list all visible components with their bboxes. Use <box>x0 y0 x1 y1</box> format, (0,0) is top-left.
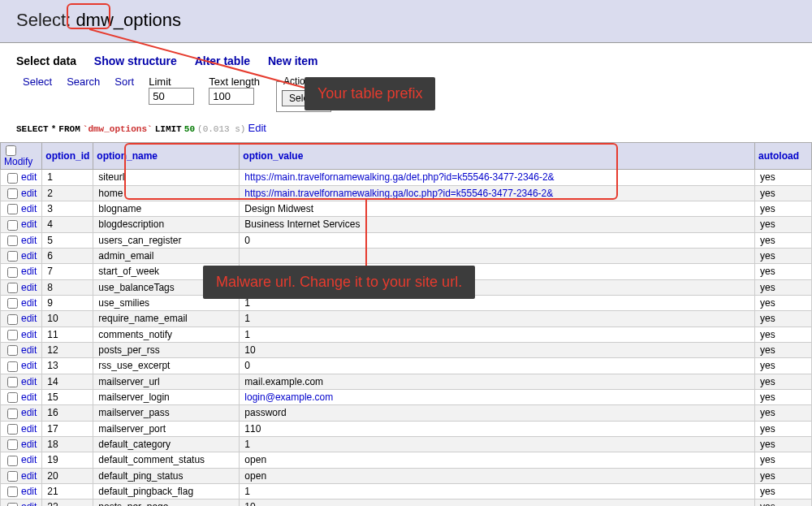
text-length-input[interactable] <box>209 88 254 105</box>
col-autoload-link[interactable]: autoload <box>758 150 799 162</box>
row-checkbox[interactable] <box>7 188 18 199</box>
cell-option-name: mailserver_url <box>93 374 240 389</box>
col-option-name-link[interactable]: option_name <box>97 150 158 162</box>
row-edit-link[interactable]: edit <box>21 282 37 293</box>
table-row: edit4blogdescriptionBusiness Internet Se… <box>1 217 812 232</box>
select-all-checkbox[interactable] <box>6 145 16 156</box>
cell-option-value: 1 <box>240 264 755 279</box>
col-option-id[interactable]: option_id <box>42 143 93 170</box>
row-edit-link[interactable]: edit <box>21 235 37 246</box>
row-checkbox[interactable] <box>7 456 18 466</box>
cell-modify: edit <box>1 405 42 421</box>
row-checkbox[interactable] <box>7 330 18 340</box>
table-row: edit17mailserver_port110yes <box>1 421 812 436</box>
action-legend: Action <box>282 76 312 87</box>
page-title-bar: Select: dmw_options <box>0 0 812 43</box>
row-edit-link[interactable]: edit <box>21 329 37 340</box>
cell-modify: edit <box>1 468 42 483</box>
row-edit-link[interactable]: edit <box>21 407 37 418</box>
filter-search[interactable]: Search <box>67 76 100 88</box>
cell-modify: edit <box>1 232 42 248</box>
limit-input[interactable] <box>149 88 194 105</box>
cell-option-value: 1 <box>240 436 755 452</box>
row-checkbox[interactable] <box>7 377 18 387</box>
cell-autoload: yes <box>755 436 812 452</box>
page-title-prefix: Select: <box>16 10 76 30</box>
sql-star: * <box>51 124 57 134</box>
cell-option-value: https://main.travelfornamewalking.ga/loc… <box>240 185 755 201</box>
row-edit-link[interactable]: edit <box>21 250 37 262</box>
col-autoload[interactable]: autoload <box>755 143 812 170</box>
cell-option-name: use_balanceTags <box>93 279 240 295</box>
col-option-id-link[interactable]: option_id <box>45 150 89 162</box>
cell-option-value-link[interactable]: https://main.travelfornamewalking.ga/loc… <box>244 188 553 199</box>
tab-new-item[interactable]: New item <box>268 54 317 67</box>
cell-option-id: 19 <box>42 452 93 468</box>
row-checkbox[interactable] <box>7 220 18 231</box>
cell-option-value: 1 <box>240 483 755 499</box>
row-edit-link[interactable]: edit <box>21 188 37 199</box>
cell-option-name: rss_use_excerpt <box>93 358 240 374</box>
cell-option-id: 15 <box>42 389 93 404</box>
row-edit-link[interactable]: edit <box>21 501 37 506</box>
tab-alter-table[interactable]: Alter table <box>195 54 250 67</box>
row-checkbox[interactable] <box>7 173 18 184</box>
row-checkbox[interactable] <box>7 283 18 293</box>
row-checkbox[interactable] <box>7 251 18 262</box>
row-edit-link[interactable]: edit <box>21 470 37 482</box>
row-checkbox[interactable] <box>7 503 18 506</box>
row-checkbox[interactable] <box>7 409 18 419</box>
tab-select-data[interactable]: Select data <box>16 54 76 67</box>
row-edit-link[interactable]: edit <box>21 423 37 435</box>
cell-option-value-link[interactable]: https://main.travelfornamewalking.ga/det… <box>244 171 554 183</box>
tab-show-structure[interactable]: Show structure <box>94 54 177 67</box>
row-edit-link[interactable]: edit <box>21 454 37 465</box>
cell-option-id: 17 <box>42 421 93 436</box>
cell-option-id: 18 <box>42 436 93 452</box>
row-edit-link[interactable]: edit <box>21 344 37 356</box>
col-option-value[interactable]: option_value <box>240 143 755 170</box>
row-edit-link[interactable]: edit <box>21 486 37 497</box>
row-edit-link[interactable]: edit <box>21 376 37 387</box>
row-edit-link[interactable]: edit <box>21 313 37 324</box>
action-select-button[interactable]: Select <box>282 90 323 106</box>
filter-select[interactable]: Select <box>23 76 52 88</box>
row-edit-link[interactable]: edit <box>21 297 37 309</box>
table-row: edit11comments_notify1yes <box>1 327 812 342</box>
row-checkbox[interactable] <box>7 361 18 372</box>
col-option-name[interactable]: option_name <box>93 143 240 170</box>
row-checkbox[interactable] <box>7 487 18 497</box>
row-checkbox[interactable] <box>7 298 18 309</box>
row-edit-link[interactable]: edit <box>21 360 37 371</box>
row-checkbox[interactable] <box>7 392 18 403</box>
cell-option-value: open <box>240 468 755 483</box>
row-checkbox[interactable] <box>7 267 18 278</box>
row-edit-link[interactable]: edit <box>21 203 37 214</box>
page-title-table: dmw_options <box>76 10 181 30</box>
row-checkbox[interactable] <box>7 314 18 325</box>
row-checkbox[interactable] <box>7 345 18 356</box>
filter-sort[interactable]: Sort <box>114 76 134 88</box>
sql-edit-link[interactable]: Edit <box>248 122 266 134</box>
row-checkbox[interactable] <box>7 424 18 435</box>
row-checkbox[interactable] <box>7 471 18 482</box>
row-checkbox[interactable] <box>7 439 18 450</box>
cell-option-name: default_pingback_flag <box>93 483 240 499</box>
row-edit-link[interactable]: edit <box>21 266 37 277</box>
cell-option-id: 22 <box>42 500 93 506</box>
row-edit-link[interactable]: edit <box>21 439 37 450</box>
cell-option-name: require_name_email <box>93 311 240 327</box>
table-row: edit12posts_per_rss10yes <box>1 342 812 357</box>
table-row: edit22posts_per_page10yes <box>1 500 812 506</box>
cell-option-value-link[interactable]: login@example.com <box>244 391 333 403</box>
col-option-value-link[interactable]: option_value <box>243 150 303 162</box>
cell-option-value: password <box>240 405 755 421</box>
row-edit-link[interactable]: edit <box>21 171 37 183</box>
row-checkbox[interactable] <box>7 204 18 214</box>
sql-time: (0.013 s) <box>197 124 245 134</box>
cell-option-name: posts_per_rss <box>93 342 240 357</box>
cell-option-id: 14 <box>42 374 93 389</box>
row-edit-link[interactable]: edit <box>21 218 37 230</box>
row-checkbox[interactable] <box>7 236 18 246</box>
row-edit-link[interactable]: edit <box>21 391 37 403</box>
